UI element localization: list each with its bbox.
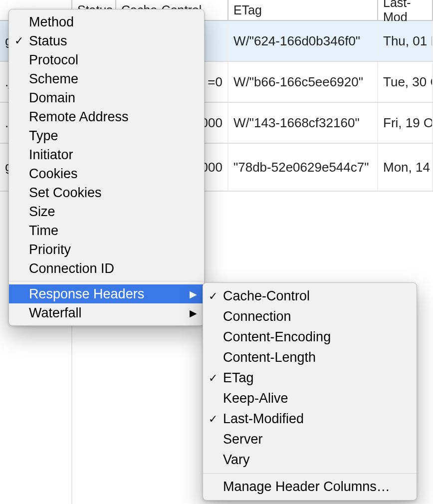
submenu-item-connection[interactable]: Connection (203, 306, 417, 327)
menu-item-remote-address[interactable]: Remote Address (9, 107, 204, 126)
columns-context-menu[interactable]: Method ✓ Status Protocol Scheme Domain R… (8, 9, 205, 326)
menu-item-label: Waterfall (29, 305, 187, 321)
menu-item-label: Type (29, 128, 197, 144)
submenu-item-manage-columns[interactable]: Manage Header Columns… (203, 477, 417, 497)
check-icon: ✓ (9, 34, 29, 47)
menu-item-label: Vary (223, 452, 410, 468)
th-last-modified[interactable]: Last-Mod (378, 0, 433, 20)
menu-item-connection-id[interactable]: Connection ID (9, 259, 204, 278)
menu-item-label: Last-Modified (223, 411, 410, 427)
menu-item-scheme[interactable]: Scheme (9, 69, 204, 88)
menu-item-waterfall[interactable]: Waterfall ▶ (9, 303, 204, 322)
check-icon: ✓ (203, 413, 223, 426)
menu-item-label: Content-Length (223, 350, 410, 365)
menu-item-label: Remote Address (29, 109, 197, 125)
submenu-item-content-length[interactable]: Content-Length (203, 347, 417, 368)
menu-separator (9, 281, 204, 281)
menu-item-size[interactable]: Size (9, 202, 204, 221)
check-icon: ✓ (203, 372, 223, 385)
submenu-item-server[interactable]: Server (203, 429, 417, 450)
submenu-arrow-icon: ▶ (187, 307, 197, 319)
menu-item-label: Cookies (29, 166, 197, 182)
menu-item-time[interactable]: Time (9, 221, 204, 240)
menu-item-label: Priority (29, 242, 197, 257)
menu-item-response-headers[interactable]: Response Headers ▶ (9, 284, 204, 303)
menu-item-label: Connection (223, 309, 410, 324)
menu-item-label: Status (29, 33, 197, 49)
menu-item-domain[interactable]: Domain (9, 88, 204, 107)
menu-item-protocol[interactable]: Protocol (9, 50, 204, 69)
check-icon: ✓ (203, 290, 223, 303)
menu-item-label: Connection ID (29, 261, 197, 276)
submenu-item-last-modified[interactable]: ✓ Last-Modified (203, 409, 417, 429)
menu-item-label: Response Headers (29, 286, 187, 302)
menu-item-label: Initiator (29, 147, 197, 163)
submenu-arrow-icon: ▶ (187, 288, 197, 300)
menu-item-status[interactable]: ✓ Status (9, 31, 204, 50)
menu-separator (203, 473, 417, 474)
th-etag[interactable]: ETag (228, 0, 378, 20)
submenu-item-vary[interactable]: Vary (203, 450, 417, 470)
menu-item-label: ETag (223, 370, 410, 386)
menu-item-label: Protocol (29, 52, 197, 68)
menu-item-label: Method (29, 14, 197, 30)
menu-item-type[interactable]: Type (9, 126, 204, 145)
response-headers-submenu[interactable]: ✓ Cache-Control Connection Content-Encod… (203, 282, 417, 501)
menu-item-label: Time (29, 223, 197, 239)
menu-item-label: Set Cookies (29, 185, 197, 201)
submenu-item-etag[interactable]: ✓ ETag (203, 368, 417, 388)
menu-item-label: Domain (29, 90, 197, 106)
submenu-item-cache-control[interactable]: ✓ Cache-Control (203, 286, 417, 306)
menu-item-priority[interactable]: Priority (9, 240, 204, 259)
menu-item-label: Content-Encoding (223, 329, 410, 345)
menu-item-label: Manage Header Columns… (223, 479, 410, 495)
menu-item-label: Cache-Control (223, 288, 410, 304)
menu-item-label: Server (223, 432, 410, 447)
menu-item-label: Size (29, 204, 197, 220)
menu-item-cookies[interactable]: Cookies (9, 164, 204, 183)
menu-item-set-cookies[interactable]: Set Cookies (9, 183, 204, 202)
menu-item-label: Scheme (29, 71, 197, 87)
menu-item-method[interactable]: Method (9, 12, 204, 31)
submenu-item-keep-alive[interactable]: Keep-Alive (203, 388, 417, 409)
menu-item-initiator[interactable]: Initiator (9, 145, 204, 164)
menu-item-label: Keep-Alive (223, 391, 410, 406)
submenu-item-content-encoding[interactable]: Content-Encoding (203, 327, 417, 347)
